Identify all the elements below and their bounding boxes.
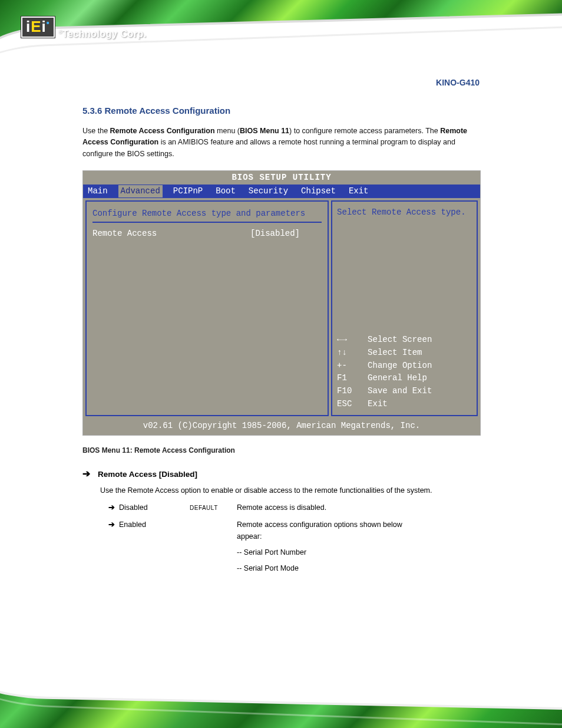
bios-key-row: ↑↓Select Item bbox=[337, 347, 472, 360]
bios-left-divider bbox=[92, 222, 322, 223]
option-value-default: DEFAULT bbox=[190, 502, 237, 513]
logo-mark-icon: iEi• bbox=[21, 17, 55, 38]
option-desc-bold: Remote Access bbox=[128, 486, 179, 495]
bios-key-row: ESCExit bbox=[337, 398, 472, 411]
intro-text-1: Use the bbox=[82, 127, 110, 135]
option-value-row: ➔ Disabled DEFAULT Remote access is disa… bbox=[108, 502, 480, 513]
option-name: Remote Access [Disabled] bbox=[98, 469, 197, 481]
bios-key: ←→ bbox=[337, 334, 368, 347]
bios-key-desc: Exit bbox=[368, 398, 388, 411]
bios-menu-security: Security bbox=[249, 185, 288, 198]
bios-title: BIOS SETUP UTILITY bbox=[83, 171, 480, 185]
option-value-default bbox=[190, 519, 237, 521]
arrow-right-icon: ➔ bbox=[108, 502, 119, 513]
bios-key-desc: General Help bbox=[368, 372, 427, 385]
bios-menu-main: Main bbox=[88, 185, 108, 198]
bios-option-label: Remote Access bbox=[92, 228, 250, 241]
bios-key-legend: ←→Select Screen ↑↓Select Item +-Change O… bbox=[337, 334, 472, 410]
bios-key-desc: Select Screen bbox=[368, 334, 432, 347]
option-value-desc: Remote access configuration options show… bbox=[237, 519, 480, 575]
bios-menu-chipset: Chipset bbox=[301, 185, 336, 198]
option-value-sub2: -- Serial Port Mode bbox=[237, 563, 480, 574]
bios-key-row: +-Change Option bbox=[337, 360, 472, 373]
bios-key: F10 bbox=[337, 385, 368, 398]
bios-screenshot: BIOS SETUP UTILITY Main Advanced PCIPnP … bbox=[82, 170, 481, 436]
option-desc-1: Use the bbox=[100, 486, 128, 495]
intro-text-2: menu ( bbox=[215, 127, 240, 135]
option-heading-row: ➔ Remote Access [Disabled] bbox=[82, 467, 480, 482]
footer-curve-2 bbox=[0, 664, 562, 728]
option-value-name: Disabled bbox=[119, 502, 190, 513]
bios-key: ESC bbox=[337, 398, 368, 411]
option-value-name: Enabled bbox=[119, 519, 190, 531]
section-heading: 5.3.6 Remote Access Configuration bbox=[82, 104, 480, 117]
bios-help-text: Select Remote Access type. bbox=[337, 206, 472, 219]
bios-menu-pcipnp: PCIPnP bbox=[173, 185, 203, 198]
option-value-desc-line2: appear: bbox=[237, 531, 480, 542]
bios-left-title: Configure Remote Access type and paramet… bbox=[92, 207, 322, 220]
bios-right-pane: Select Remote Access type. ←→Select Scre… bbox=[331, 200, 478, 416]
bios-key: F1 bbox=[337, 372, 368, 385]
arrow-right-icon: ➔ bbox=[82, 467, 92, 482]
bios-left-pane: Configure Remote Access type and paramet… bbox=[85, 200, 329, 416]
option-values: ➔ Disabled DEFAULT Remote access is disa… bbox=[108, 502, 480, 575]
logo-text: ®Technology Corp. bbox=[58, 29, 147, 39]
arrow-right-icon: ➔ bbox=[108, 519, 119, 531]
option-value-row: ➔ Enabled Remote access configuration op… bbox=[108, 519, 480, 575]
figure-caption: BIOS Menu 11: Remote Access Configuratio… bbox=[82, 445, 480, 456]
bios-body: Configure Remote Access type and paramet… bbox=[83, 198, 480, 419]
intro-ref: BIOS Menu 11 bbox=[240, 127, 289, 135]
bios-footer: v02.61 (C)Copyright 1985-2006, American … bbox=[83, 419, 480, 435]
bios-key-row: ←→Select Screen bbox=[337, 334, 472, 347]
intro-bold-1: Remote Access Configuration bbox=[110, 127, 215, 135]
brand-logo: iEi• ®Technology Corp. bbox=[21, 17, 147, 38]
bios-menu-bar: Main Advanced PCIPnP Boot Security Chips… bbox=[83, 185, 480, 199]
option-desc-2: option to enable or disable access to th… bbox=[178, 486, 432, 495]
bios-option-row: Remote Access [Disabled] bbox=[92, 228, 322, 241]
header-decor: iEi• ®Technology Corp. bbox=[0, 0, 562, 66]
bios-key: ↑↓ bbox=[337, 347, 368, 360]
option-description: Use the Remote Access option to enable o… bbox=[100, 485, 480, 496]
bios-key-desc: Change Option bbox=[368, 360, 432, 373]
bios-key-row: F10Save and Exit bbox=[337, 385, 472, 398]
intro-paragraph: Use the Remote Access Configuration menu… bbox=[82, 126, 480, 160]
bios-menu-advanced: Advanced bbox=[118, 185, 163, 198]
bios-option-value: [Disabled] bbox=[250, 228, 300, 241]
bios-menu-boot: Boot bbox=[216, 185, 236, 198]
option-value-sub1: -- Serial Port Number bbox=[237, 547, 480, 558]
page-content: KINO-G410 5.3.6 Remote Access Configurat… bbox=[0, 66, 562, 662]
footer-decor bbox=[0, 664, 562, 728]
option-value-desc: Remote access is disabled. bbox=[237, 502, 480, 513]
bios-key-desc: Save and Exit bbox=[368, 385, 432, 398]
bios-key-row: F1General Help bbox=[337, 372, 472, 385]
bios-key-desc: Select Item bbox=[368, 347, 422, 360]
bios-key: +- bbox=[337, 360, 368, 373]
option-value-desc-line1: Remote access configuration options show… bbox=[237, 519, 480, 531]
intro-text-3: ) to configure remote access parameters.… bbox=[289, 127, 440, 135]
doc-title: KINO-G410 bbox=[82, 77, 480, 90]
bios-menu-exit: Exit bbox=[349, 185, 369, 198]
